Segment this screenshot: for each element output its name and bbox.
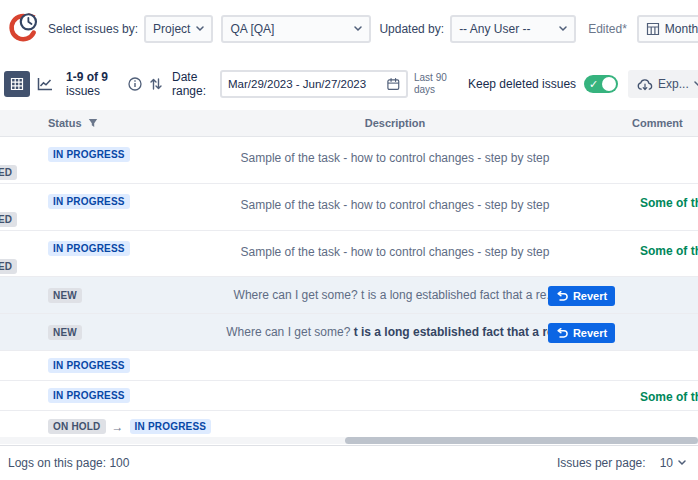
status-from-badge: ON HOLD [48, 419, 106, 434]
revert-label: Revert [573, 327, 607, 339]
view-mode-dropdown[interactable]: Monthly [637, 15, 698, 43]
table-header: Status Description Comment [0, 110, 698, 137]
date-range-label: Date range: [172, 70, 212, 98]
comment-text: Some of the... [640, 390, 698, 404]
filter-funnel-icon[interactable] [88, 118, 98, 128]
toggle-knob [602, 77, 616, 91]
date-range-input[interactable] [220, 70, 408, 98]
line-chart-icon [37, 77, 53, 91]
table-grid-icon [10, 77, 24, 91]
arrow-right-icon: → [112, 421, 124, 433]
comment-text: Some of the... [640, 196, 698, 210]
issues-count: 1-9 of 9 issues [66, 70, 116, 98]
keep-deleted-label: Keep deleted issues [468, 77, 576, 91]
status-badge: IN PROGRESS [48, 194, 130, 209]
column-header-description: Description [180, 117, 610, 129]
project-dropdown[interactable]: QA [QA] [221, 15, 371, 43]
status-badge: IN PROGRESS [48, 358, 130, 373]
keep-deleted-toggle[interactable]: ✓ [584, 75, 618, 93]
table-row[interactable]: IN PROGRESS Some of the... [0, 381, 698, 411]
chevron-down-icon [694, 81, 698, 87]
calendar-grid-icon [646, 22, 660, 36]
quick-range-label: Last 90 days [414, 72, 460, 96]
chevron-down-icon [559, 26, 567, 32]
status-badge-fragment: ED [0, 165, 17, 180]
table-view-button[interactable] [4, 71, 30, 97]
status-header-label: Status [48, 117, 82, 129]
status-badge: IN PROGRESS [48, 241, 130, 256]
column-header-status: Status [48, 117, 98, 129]
revert-label: Revert [573, 290, 607, 302]
chevron-down-icon [354, 26, 362, 32]
issue-history-app: Select issues by: Project QA [QA] Update… [0, 0, 698, 480]
status-badge: IN PROGRESS [48, 147, 130, 162]
column-header-comment: Comment [632, 117, 683, 129]
table-row[interactable]: NEW Where can I get some? t is a long es… [0, 314, 698, 351]
status-badge: IN PROGRESS [130, 419, 212, 434]
app-logo-icon [6, 11, 40, 47]
revert-icon [556, 291, 568, 302]
description-prefix: Where can I get some? [226, 325, 353, 339]
check-icon: ✓ [589, 77, 598, 91]
status-badge-fragment: ED [0, 259, 17, 274]
status-transition: ON HOLD → IN PROGRESS [48, 419, 211, 434]
issue-description: Sample of the task - how to control chan… [150, 245, 640, 259]
select-by-dropdown[interactable]: Project [144, 15, 213, 43]
issues-per-page-label: Issues per page: [557, 456, 646, 470]
updated-by-value: -- Any User -- [459, 22, 530, 36]
top-bar: Select issues by: Project QA [QA] Update… [0, 0, 698, 50]
calendar-icon[interactable] [387, 77, 400, 91]
toolbar: 1-9 of 9 issues Date range: Last 90 days… [0, 46, 698, 110]
project-value: QA [QA] [230, 22, 274, 36]
description-changed-text: t is a long established fact that a re..… [354, 325, 564, 339]
chevron-down-icon [678, 460, 686, 466]
cloud-export-icon [637, 78, 653, 91]
table-row[interactable]: IN PROGRESS [0, 351, 698, 381]
status-badge: NEW [48, 325, 82, 340]
export-button[interactable]: Exp... [628, 70, 698, 98]
table-row[interactable]: IN PROGRESS Sample of the task - how to … [0, 137, 698, 184]
chart-view-button[interactable] [32, 71, 58, 97]
updated-by-dropdown[interactable]: -- Any User -- [450, 15, 576, 43]
edited-indicator: Edited* [588, 22, 627, 36]
table-row[interactable]: IN PROGRESS Sample of the task - how to … [0, 184, 698, 231]
revert-button[interactable]: Revert [548, 286, 615, 306]
issues-count-range: 1-9 of 9 [66, 70, 116, 84]
status-badge: NEW [48, 288, 82, 303]
issue-description: Sample of the task - how to control chan… [150, 198, 640, 212]
revert-icon [556, 328, 568, 339]
table-row[interactable]: IN PROGRESS Sample of the task - how to … [0, 231, 698, 277]
chevron-down-icon [196, 26, 204, 32]
info-icon[interactable] [128, 77, 142, 91]
issues-per-page-value: 10 [660, 456, 673, 470]
view-mode-value: Monthly [665, 22, 698, 36]
date-range-value[interactable] [228, 78, 383, 90]
issue-description: Sample of the task - how to control chan… [150, 151, 640, 165]
select-issues-by-label: Select issues by: [48, 22, 138, 36]
issues-count-suffix: issues [66, 84, 100, 98]
scrollbar-thumb[interactable] [345, 437, 698, 444]
issues-per-page-dropdown[interactable]: 10 [660, 456, 686, 470]
logs-count-label: Logs on this page: 100 [8, 456, 129, 470]
status-badge-fragment: ED [0, 212, 17, 227]
horizontal-scrollbar[interactable] [0, 437, 698, 444]
revert-button[interactable]: Revert [548, 323, 615, 343]
select-by-value: Project [153, 22, 190, 36]
status-badge: IN PROGRESS [48, 388, 130, 403]
footer: Logs on this page: 100 Issues per page: … [0, 445, 698, 480]
export-label: Exp... [658, 77, 689, 91]
comment-text: Some of the... [640, 244, 698, 258]
refresh-icon[interactable] [150, 77, 162, 91]
updated-by-label: Updated by: [379, 22, 444, 36]
table-row[interactable]: NEW Where can I get some? t is a long es… [0, 277, 698, 314]
